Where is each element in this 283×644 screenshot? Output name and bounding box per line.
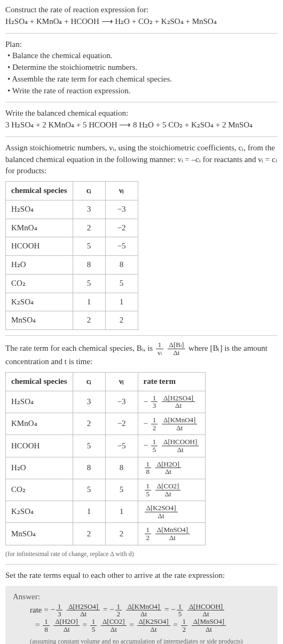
plan-item: • Assemble the rate term for each chemic… — [7, 74, 278, 85]
answer-line-2: = 18 Δ[H2O]Δt = 15 Δ[CO2]Δt = Δ[K2SO4]Δt… — [30, 618, 270, 633]
col-rate-term: rate term — [138, 373, 206, 391]
rate-term-text-a: The rate term for each chemical species,… — [5, 344, 155, 352]
cell-vi: −3 — [105, 200, 138, 219]
plan-heading: Plan: — [5, 39, 278, 51]
prompt-heading: Construct the rate of reaction expressio… — [5, 4, 278, 16]
sign: − — [144, 441, 150, 449]
answer-term: −13 Δ[H2SO4]Δt — [50, 605, 101, 614]
delta-frac: Δ[MnSO4]Δt — [155, 526, 190, 541]
cell-species: HCOOH — [6, 435, 73, 457]
cell-ci: 2 — [73, 413, 105, 435]
coef-frac: 13 — [151, 395, 158, 409]
cell-species: H₂SO₄ — [6, 391, 73, 413]
frac-num: 1 — [156, 341, 163, 349]
cell-vi: 2 — [105, 311, 138, 330]
cell-vi: 1 — [105, 293, 138, 311]
divider — [5, 33, 278, 34]
cell-ci: 2 — [73, 311, 105, 330]
infinitesimal-note: (for infinitesimal rate of change, repla… — [5, 550, 278, 559]
delta-frac: Δ[K2SO4]Δt — [137, 618, 170, 633]
delta-frac: Δ[HCOOH]Δt — [162, 438, 199, 453]
answer-term: = −12 Δ[KMnO4]Δt — [103, 605, 162, 614]
table-row: K₂SO₄11Δ[K2SO4]Δt — [6, 501, 206, 523]
cell-species: MnSO₄ — [6, 523, 73, 545]
answer-line-1: rate = −13 Δ[H2SO4]Δt = −12 Δ[KMnO4]Δt =… — [30, 603, 270, 618]
table-row: H₂O8818 Δ[H2O]Δt — [6, 457, 206, 479]
cell-species: H₂O — [6, 256, 73, 275]
cell-vi: 8 — [105, 457, 138, 479]
coef-frac: 12 — [115, 603, 122, 618]
cell-species: MnSO₄ — [6, 311, 73, 330]
cell-ci: 3 — [73, 391, 105, 413]
cell-rate-term: 12 Δ[MnSO4]Δt — [138, 523, 206, 545]
delta-frac: Δ[CO2]Δt — [101, 618, 127, 633]
cell-ci: 5 — [73, 274, 105, 293]
cell-vi: −2 — [105, 219, 138, 237]
table-row: CO₂55 — [6, 274, 138, 293]
table-row: H₂SO₄3−3 — [6, 200, 138, 219]
sign: = — [35, 621, 42, 629]
rate-term-frac-delta: Δ[Bᵢ] Δt — [168, 341, 186, 356]
answer-label: Answer: — [13, 591, 270, 603]
delta-frac: Δ[H2O]Δt — [53, 618, 79, 633]
assign-stoich-text: Assign stoichiometric numbers, νᵢ, using… — [5, 142, 278, 177]
rate-term-frac-coef: 1 νᵢ — [156, 341, 163, 356]
cell-vi: 5 — [105, 479, 138, 501]
cell-vi: −5 — [105, 237, 138, 256]
sign: = − — [103, 605, 114, 614]
balanced-heading: Write the balanced chemical equation: — [5, 108, 278, 119]
balanced-equation: 3 H₂SO₄ + 2 KMnO₄ + 5 HCOOH ⟶ 8 H₂O + 5 … — [5, 119, 278, 131]
coef-frac: 12 — [151, 416, 158, 431]
cell-vi: −2 — [105, 413, 138, 435]
table-row: CO₂5515 Δ[CO2]Δt — [6, 479, 206, 501]
rate-term-text: The rate term for each chemical species,… — [5, 341, 278, 368]
cell-vi: 1 — [105, 501, 138, 523]
plan-item: • Write the rate of reaction expression. — [7, 85, 278, 97]
prompt-equation: H₂SO₄ + KMnO₄ + HCOOH ⟶ H₂O + CO₂ + K₂SO… — [5, 16, 278, 28]
coef-frac: 15 — [145, 482, 152, 497]
divider — [5, 102, 278, 102]
cell-ci: 2 — [73, 219, 105, 237]
cell-species: K₂SO₄ — [6, 501, 73, 523]
cell-rate-term: − 12 Δ[KMnO4]Δt — [138, 413, 206, 435]
coef-frac: 13 — [56, 603, 63, 618]
cell-species: CO₂ — [6, 479, 73, 501]
coef-frac: 15 — [90, 618, 97, 633]
col-species: chemical species — [6, 182, 73, 200]
cell-species: H₂SO₄ — [6, 200, 73, 219]
delta-frac: Δ[K2SO4]Δt — [145, 504, 178, 519]
answer-term: = Δ[K2SO4]Δt — [129, 621, 171, 629]
cell-ci: 5 — [73, 237, 105, 256]
plan-list: • Balance the chemical equation.• Determ… — [5, 50, 278, 96]
divider — [5, 136, 278, 137]
cell-ci: 2 — [73, 523, 105, 545]
cell-ci: 1 — [73, 501, 105, 523]
sign: = — [129, 621, 136, 629]
sign: − — [144, 419, 150, 428]
cell-ci: 8 — [73, 256, 105, 275]
sign: − — [144, 397, 150, 405]
divider — [5, 564, 278, 565]
col-ci: cᵢ — [73, 182, 105, 200]
table-row: HCOOH5−5 — [6, 237, 138, 256]
cell-rate-term: − 13 Δ[H2SO4]Δt — [138, 391, 206, 413]
delta-frac: Δ[MnSO4]Δt — [192, 618, 226, 633]
sign: = — [173, 621, 179, 629]
answer-term: = 12 Δ[MnSO4]Δt — [173, 621, 227, 629]
table-row: MnSO₄22 — [6, 311, 138, 330]
table-row: H₂O88 — [6, 256, 138, 275]
set-equal-text: Set the rate terms equal to each other t… — [5, 570, 278, 582]
sign: = — [83, 621, 89, 629]
delta-frac: Δ[KMnO4]Δt — [126, 603, 161, 618]
table-row: MnSO₄2212 Δ[MnSO4]Δt — [6, 523, 206, 545]
cell-ci: 3 — [73, 200, 105, 219]
coef-frac: 12 — [181, 618, 188, 633]
cell-rate-term: Δ[K2SO4]Δt — [138, 501, 206, 523]
table-row: H₂SO₄3−3− 13 Δ[H2SO4]Δt — [6, 391, 206, 413]
col-vi: νᵢ — [105, 182, 138, 200]
stoich-table: chemical species cᵢ νᵢ H₂SO₄3−3KMnO₄2−2H… — [5, 181, 138, 330]
plan-item: • Determine the stoichiometric numbers. — [7, 62, 278, 74]
rate-term-table: chemical species cᵢ νᵢ rate term H₂SO₄3−… — [5, 372, 206, 545]
delta-frac: Δ[KMnO4]Δt — [162, 416, 197, 431]
cell-species: CO₂ — [6, 274, 73, 293]
